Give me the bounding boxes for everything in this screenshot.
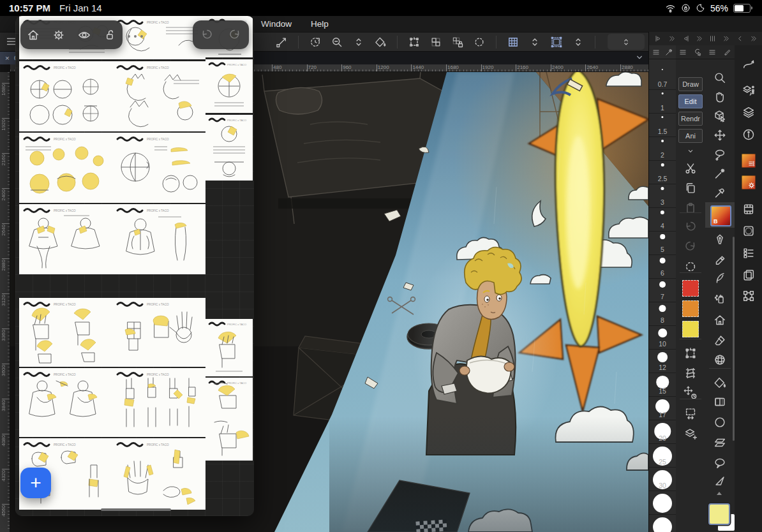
fill-tool-icon[interactable] xyxy=(374,36,387,48)
panel-toggle-icon-7[interactable] xyxy=(749,34,758,43)
transform-thumb[interactable] xyxy=(682,321,699,337)
reference-thumbnail-palm[interactable]: PROFIC x TACO xyxy=(112,298,205,367)
tab-chevron-down-icon[interactable] xyxy=(633,51,646,64)
panel-thumbnail[interactable] xyxy=(742,154,756,168)
tab-edit[interactable]: Edit xyxy=(678,94,703,108)
undo-button[interactable] xyxy=(684,220,698,234)
panel-toggle-icon-2[interactable] xyxy=(682,34,690,43)
busy-indicator-icon[interactable] xyxy=(473,36,486,48)
brush-size-item[interactable]: 25 xyxy=(649,444,676,468)
tab-draw[interactable]: Draw xyxy=(678,77,703,91)
transform-frame-icon[interactable] xyxy=(408,36,421,48)
brush-size-item[interactable]: 5 xyxy=(649,232,676,255)
animate-move-button[interactable] xyxy=(684,386,698,400)
zoom-tool[interactable] xyxy=(713,71,727,85)
tabs-collapse-icon[interactable] xyxy=(685,146,696,156)
reference-thumbnail-tallcol[interactable]: PROFIC x TACO xyxy=(205,115,253,181)
rotate-tool-icon[interactable] xyxy=(309,36,322,48)
brush-size-item[interactable]: 1 xyxy=(649,90,676,114)
panel-thumbnail[interactable] xyxy=(742,175,756,189)
wireframe-tool[interactable] xyxy=(713,353,727,367)
brush-size-item[interactable]: 10 xyxy=(649,326,676,350)
selection-mode-icon[interactable] xyxy=(550,36,563,48)
undo-icon[interactable] xyxy=(200,28,214,42)
panel-toggle-icon-5[interactable] xyxy=(722,34,730,43)
brush-size-item[interactable] xyxy=(649,515,676,532)
layers-panel-button[interactable] xyxy=(742,105,756,119)
panel-toggle-icon-1[interactable] xyxy=(668,34,676,43)
polygon-tool[interactable] xyxy=(713,474,727,488)
pages-panel-button[interactable] xyxy=(742,268,756,282)
fill-tool[interactable] xyxy=(713,376,727,390)
brush-size-item[interactable]: 2 xyxy=(649,137,676,161)
unlock-icon[interactable] xyxy=(103,28,117,42)
transform-thumb[interactable] xyxy=(682,300,699,317)
eye-icon[interactable] xyxy=(77,28,91,42)
add-reference-button[interactable]: + xyxy=(20,468,51,498)
layer-options-button[interactable] xyxy=(742,84,756,98)
brush-size-item[interactable]: 17 xyxy=(649,397,676,420)
brush-size-item[interactable]: 20 xyxy=(649,420,676,444)
brush-preset-selected[interactable]: B xyxy=(705,202,735,228)
gear-icon[interactable] xyxy=(52,28,66,42)
shape-ellipse-tool[interactable] xyxy=(713,415,727,429)
tab-rendr[interactable]: Rendr xyxy=(678,112,703,126)
copy-button[interactable] xyxy=(684,181,698,195)
brush-size-item[interactable]: 30 xyxy=(649,468,676,491)
reference-thumbnail-handfan[interactable]: PROFIC x TACO xyxy=(19,298,112,367)
panel-toggle-icon-3[interactable] xyxy=(695,34,703,43)
transform-thumb[interactable] xyxy=(682,280,699,297)
eyedropper-tool[interactable] xyxy=(713,186,727,200)
redo-button[interactable] xyxy=(684,240,698,254)
warp-button[interactable] xyxy=(684,366,698,380)
reference-thumbnail-figure[interactable]: PROFIC x TACO xyxy=(19,368,112,437)
info-panel-button[interactable] xyxy=(742,128,756,142)
brush-size-item[interactable]: 6 xyxy=(649,255,676,279)
panel-menu-icon[interactable] xyxy=(678,48,687,57)
new-layer-button[interactable] xyxy=(684,427,698,441)
transform-button[interactable] xyxy=(684,346,698,360)
line-tool-icon[interactable] xyxy=(275,36,288,48)
lock-transparency-icon[interactable] xyxy=(451,36,464,48)
brush-size-item[interactable]: 7 xyxy=(649,279,676,302)
brush-size-item[interactable] xyxy=(649,491,676,515)
reference-panel[interactable]: PROFIC x TACOPROFIC x TACOPROFIC x TACOP… xyxy=(15,16,254,516)
panel-toggle-icon-0[interactable] xyxy=(654,34,662,43)
mask-panel-button[interactable] xyxy=(742,224,756,238)
reference-thumbnail-torsoback[interactable]: PROFIC x TACO xyxy=(112,204,205,274)
reference-thumbnail-balls[interactable]: PROFIC x TACO xyxy=(19,133,112,203)
reference-thumbnail-heads[interactable]: PROFIC x TACO xyxy=(19,61,112,131)
panel-drag-handle[interactable] xyxy=(101,508,171,511)
pen-tool[interactable] xyxy=(713,233,727,247)
brush-size-item[interactable]: 12 xyxy=(649,350,676,373)
marker-tool[interactable] xyxy=(713,252,727,266)
panel-menu-icon[interactable] xyxy=(708,48,717,57)
grid-stepper-icon[interactable] xyxy=(528,36,541,48)
panel-menu-icon[interactable] xyxy=(652,48,661,57)
inking-tool[interactable] xyxy=(713,271,727,285)
brush-size-item[interactable]: 3 xyxy=(649,184,676,208)
gradient-tool[interactable] xyxy=(713,395,727,409)
nodes-panel-button[interactable] xyxy=(742,289,756,303)
tab-ani[interactable]: Ani xyxy=(678,129,703,143)
brush-size-item[interactable]: 4 xyxy=(649,208,676,232)
reference-thumbnail-profilecut[interactable]: PROFIC x TACO xyxy=(112,16,205,59)
brush-size-item[interactable]: 15 xyxy=(649,373,676,397)
pan-tool[interactable] xyxy=(713,90,727,104)
reference-thumbnail-fists[interactable]: PROFIC x TACO xyxy=(112,368,205,437)
zoom-out-tool-icon[interactable] xyxy=(331,36,343,48)
animation-panel-button[interactable] xyxy=(742,202,756,216)
home-icon[interactable] xyxy=(26,28,40,42)
brush-size-item[interactable]: 1.5 xyxy=(649,114,676,137)
toolbar-stepper[interactable] xyxy=(608,34,645,50)
lasso-tool[interactable] xyxy=(713,147,727,161)
speech-bubble-tool[interactable] xyxy=(713,456,727,470)
close-icon[interactable]: × xyxy=(5,54,10,62)
magic-wand-tool[interactable] xyxy=(713,166,727,181)
selection-stepper-icon[interactable] xyxy=(572,36,585,48)
reference-thumbnail-handcol2[interactable]: PROFIC x TACO xyxy=(205,378,253,461)
airbrush-tool[interactable] xyxy=(713,292,727,306)
eraser-tool[interactable] xyxy=(713,334,727,348)
3d-select-tool[interactable] xyxy=(713,109,727,123)
zoom-stepper-icon[interactable] xyxy=(352,36,365,48)
